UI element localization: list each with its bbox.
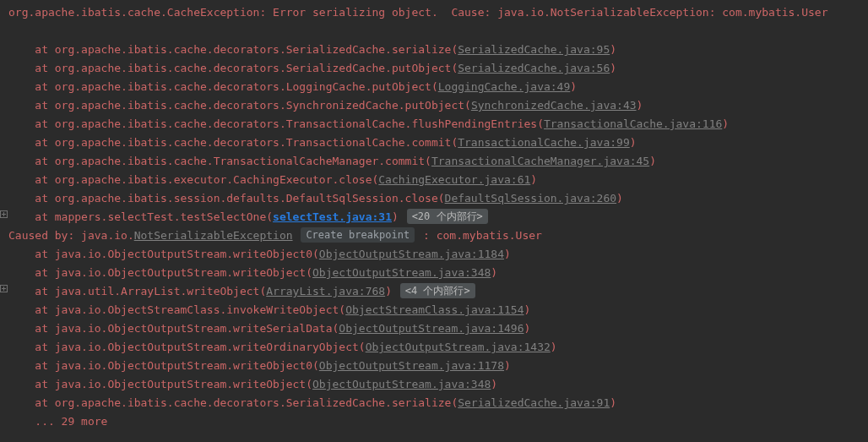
user-source-link[interactable]: selectTest.java:31 [273,210,392,223]
stack-line: at org.apache.ibatis.cache.Transactional… [0,152,868,171]
stack-line: at java.io.ObjectStreamClass.invokeWrite… [0,301,868,319]
exception-header: org.apache.ibatis.cache.CacheException: … [8,6,828,19]
collapsed-frames-badge[interactable]: <4 个内部行> [400,283,475,298]
stack-line: at org.apache.ibatis.cache.decorators.Se… [0,41,868,59]
source-link[interactable]: ObjectOutputStream.java:348 [312,378,491,390]
caused-by-line: Caused by: java.io.NotSerializableExcept… [0,226,868,245]
stack-line: at org.apache.ibatis.cache.decorators.Tr… [0,134,868,152]
stack-frame-suffix: ) [524,303,531,316]
source-link[interactable]: SynchronizedCache.java:43 [471,99,637,112]
stack-line: ... 29 more [0,412,868,431]
stack-line: at org.apache.ibatis.cache.decorators.Sy… [0,96,868,115]
stack-frame-suffix: ) [392,210,405,223]
stack-frame-suffix: ) [570,80,577,93]
stack-line: at org.apache.ibatis.cache.decorators.Se… [0,394,868,412]
stack-frame-text: at org.apache.ibatis.cache.Transactional… [8,155,431,167]
exception-class-link[interactable]: NotSerializableException [134,229,293,242]
caused-by-suffix: : com.mybatis.User [423,229,542,242]
collapsed-stack-line: at java.util.ArrayList.writeObject(Array… [0,282,868,301]
stack-frame-suffix: ) [530,173,537,186]
stack-frame-text: at java.util.ArrayList.writeObject( [8,285,266,297]
stack-frame-suffix: ) [610,43,616,56]
stack-line: at org.apache.ibatis.executor.CachingExe… [0,171,868,189]
source-link[interactable]: ObjectOutputStream.java:1178 [319,359,504,372]
more-frames: ... 29 more [8,415,107,428]
stack-frame-text: at java.io.ObjectStreamClass.invokeWrite… [8,303,345,316]
stack-line: at java.io.ObjectOutputStream.writeObjec… [0,375,868,394]
source-link[interactable]: ObjectOutputStream.java:1184 [319,248,504,260]
stack-line: at java.io.ObjectOutputStream.writeObjec… [0,245,868,264]
stack-frame-suffix: ) [524,322,531,335]
stack-frame-text: at org.apache.ibatis.cache.decorators.Lo… [8,80,438,93]
stack-frame-suffix: ) [551,341,557,353]
source-link[interactable]: CachingExecutor.java:61 [378,173,530,186]
stack-frame-text: at java.io.ObjectOutputStream.writeObjec… [8,248,319,260]
stack-frame-text: at mappers.selectTest.testSelectOne( [8,210,273,223]
exception-header-line: org.apache.ibatis.cache.CacheException: … [0,3,868,22]
stack-frame-suffix: ) [491,378,497,390]
stack-frame-text: at java.io.ObjectOutputStream.writeSeria… [8,322,339,335]
stack-frame-text: at org.apache.ibatis.cache.decorators.Tr… [8,117,544,130]
stack-frame-suffix: ) [504,248,511,260]
stack-frame-suffix: ) [385,285,399,297]
stack-frame-suffix: ) [610,396,616,409]
stack-line: at org.apache.ibatis.cache.decorators.Tr… [0,115,868,134]
expand-icon[interactable] [0,285,8,292]
source-link[interactable]: LoggingCache.java:49 [438,80,571,93]
stack-frame-suffix: ) [616,192,623,205]
source-link[interactable]: ArrayList.java:768 [266,285,385,297]
stack-frame-suffix: ) [722,117,729,130]
stack-frame-text: at org.apache.ibatis.cache.decorators.Sy… [8,99,471,112]
caused-by-prefix: Caused by: java.io. [8,229,134,242]
stack-frame-text: at java.io.ObjectOutputStream.writeObjec… [8,378,312,390]
source-link[interactable]: SerializedCache.java:56 [458,62,610,74]
stack-line [0,22,868,41]
stack-line: at org.apache.ibatis.session.defaults.De… [0,189,868,208]
stack-frame-suffix: ) [630,136,637,149]
source-link[interactable]: TransactionalCacheManager.java:45 [431,155,649,167]
source-link[interactable]: DefaultSqlSession.java:260 [445,192,617,205]
stack-line: at org.apache.ibatis.cache.decorators.Se… [0,59,868,78]
stack-line: at org.apache.ibatis.cache.decorators.Lo… [0,78,868,96]
stack-frame-suffix: ) [649,155,656,167]
stack-frame-text: at org.apache.ibatis.cache.decorators.Tr… [8,136,458,149]
source-link[interactable]: ObjectStreamClass.java:1154 [345,303,524,316]
stack-frame-suffix: ) [491,266,497,279]
source-link[interactable]: SerializedCache.java:95 [458,43,610,56]
stack-frame-text: at java.io.ObjectOutputStream.writeObjec… [8,359,319,372]
stack-frame-text: at org.apache.ibatis.executor.CachingExe… [8,173,378,186]
stack-frame-text: at org.apache.ibatis.cache.decorators.Se… [8,62,458,74]
stack-frame-text: at org.apache.ibatis.cache.decorators.Se… [8,396,458,409]
blank [8,25,15,37]
stack-frame-suffix: ) [504,359,511,372]
stack-frame-suffix: ) [637,99,643,112]
collapsed-frames-badge[interactable]: <20 个内部行> [407,209,488,224]
source-link[interactable]: ObjectOutputStream.java:1432 [366,341,551,353]
source-link[interactable]: TransactionalCache.java:99 [458,136,630,149]
stack-line: at java.io.ObjectOutputStream.writeSeria… [0,319,868,338]
stack-frame-suffix: ) [610,62,616,74]
stack-frame-text: at org.apache.ibatis.cache.decorators.Se… [8,43,458,56]
stack-frame-text: at org.apache.ibatis.session.defaults.De… [8,192,445,205]
expand-icon[interactable] [0,210,8,218]
create-breakpoint-button[interactable]: Create breakpoint [301,227,415,243]
stack-frame-text: at java.io.ObjectOutputStream.writeObjec… [8,266,312,279]
stack-frame-text: at java.io.ObjectOutputStream.writeOrdin… [8,341,366,353]
source-link[interactable]: ObjectOutputStream.java:348 [312,266,491,279]
user-stack-line: at mappers.selectTest.testSelectOne(sele… [0,208,868,226]
source-link[interactable]: TransactionalCache.java:116 [544,117,722,130]
source-link[interactable]: ObjectOutputStream.java:1496 [339,322,524,335]
stack-line: at java.io.ObjectOutputStream.writeObjec… [0,357,868,375]
source-link[interactable]: SerializedCache.java:91 [458,396,610,409]
stack-line: at java.io.ObjectOutputStream.writeObjec… [0,264,868,282]
stack-line: at java.io.ObjectOutputStream.writeOrdin… [0,338,868,357]
